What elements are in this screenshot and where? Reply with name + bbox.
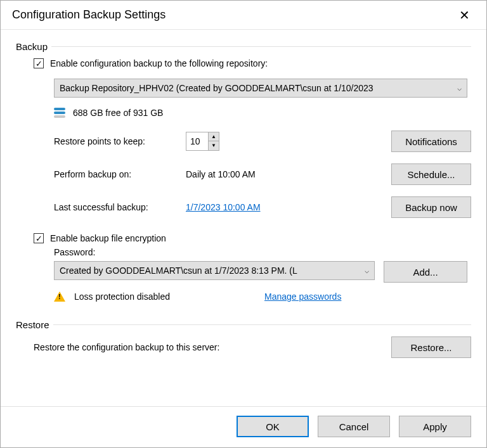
enable-backup-row: Enable configuration backup to the follo…	[34, 58, 471, 68]
perform-backup-label: Perform backup on:	[54, 169, 181, 179]
password-select[interactable]: Created by GOODDEALMART\csun at 1/7/2023…	[54, 261, 375, 280]
perform-backup-row: Perform backup on: Daily at 10:00 AM Sch…	[54, 163, 471, 185]
dialog-title: Configuration Backup Settings	[12, 8, 454, 22]
restore-points-input[interactable]	[186, 132, 208, 150]
loss-protection-row: Loss protection disabled Manage password…	[54, 291, 471, 302]
restore-row: Restore the configuration backup to this…	[34, 336, 471, 358]
enable-backup-checkbox[interactable]	[34, 58, 44, 68]
divider	[53, 324, 471, 325]
restore-points-row: Restore points to keep: ▲ ▼ Notification…	[54, 131, 471, 152]
enable-encryption-label: Enable backup file encryption	[50, 233, 166, 243]
perform-backup-value: Daily at 10:00 AM	[186, 169, 380, 179]
restore-section-label: Restore	[16, 319, 49, 330]
restore-button[interactable]: Restore...	[391, 336, 471, 358]
ok-button[interactable]: OK	[237, 416, 309, 437]
repository-select[interactable]: Backup Repository_HPHV02 (Created by GOO…	[54, 79, 467, 98]
manage-passwords-link[interactable]: Manage passwords	[264, 291, 341, 302]
last-backup-link[interactable]: 1/7/2023 10:00 AM	[186, 202, 380, 212]
backup-section-header: Backup	[16, 41, 471, 52]
spinner-arrows: ▲ ▼	[208, 132, 219, 150]
close-icon[interactable]: ✕	[454, 8, 475, 23]
loss-protection-text: Loss protection disabled	[74, 291, 264, 302]
dialog: Configuration Backup Settings ✕ Backup E…	[0, 0, 487, 448]
free-space-row: 688 GB free of 931 GB	[54, 108, 471, 118]
restore-section-header: Restore	[16, 319, 471, 330]
repository-value: Backup Repository_HPHV02 (Created by GOO…	[60, 83, 453, 93]
spinner-up-icon[interactable]: ▲	[209, 132, 219, 141]
add-password-button[interactable]: Add...	[384, 261, 467, 283]
free-space-text: 688 GB free of 931 GB	[73, 108, 163, 118]
restore-points-label: Restore points to keep:	[54, 136, 181, 146]
content: Backup Enable configuration backup to th…	[1, 30, 486, 406]
chevron-down-icon: ⌵	[457, 84, 462, 93]
notifications-button[interactable]: Notifications	[391, 131, 471, 152]
disk-icon	[54, 108, 65, 118]
divider	[51, 46, 471, 47]
password-value: Created by GOODDEALMART\csun at 1/7/2023…	[60, 266, 361, 276]
warning-icon	[54, 291, 65, 302]
enable-encryption-row: Enable backup file encryption	[34, 233, 471, 243]
backup-section-label: Backup	[16, 41, 48, 52]
last-backup-label: Last successful backup:	[54, 202, 181, 212]
backup-now-button[interactable]: Backup now	[391, 196, 471, 218]
spinner-down-icon[interactable]: ▼	[209, 141, 219, 150]
last-backup-row: Last successful backup: 1/7/2023 10:00 A…	[54, 196, 471, 218]
schedule-button[interactable]: Schedule...	[391, 163, 471, 185]
enable-encryption-checkbox[interactable]	[34, 233, 44, 243]
restore-points-spinner[interactable]: ▲ ▼	[186, 132, 219, 151]
titlebar: Configuration Backup Settings ✕	[1, 1, 486, 30]
password-label: Password:	[54, 247, 95, 257]
cancel-button[interactable]: Cancel	[318, 416, 390, 437]
chevron-down-icon: ⌵	[365, 266, 369, 275]
apply-button[interactable]: Apply	[399, 416, 471, 437]
enable-backup-label: Enable configuration backup to the follo…	[50, 58, 268, 68]
restore-text: Restore the configuration backup to this…	[34, 342, 391, 352]
button-bar: OK Cancel Apply	[1, 406, 486, 447]
